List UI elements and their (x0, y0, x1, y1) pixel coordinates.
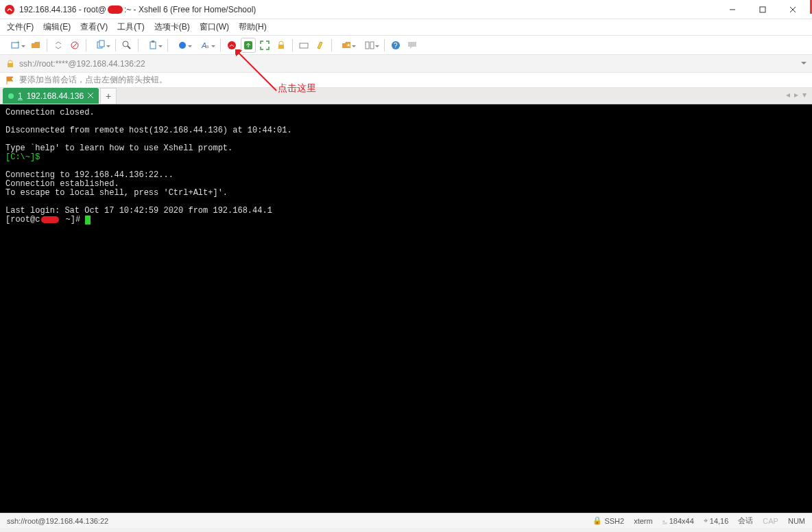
toolbar-separator (331, 39, 332, 51)
status-num: NUM (788, 517, 805, 525)
terminal-line: Connecting to 192.168.44.136:22... (5, 170, 174, 180)
menu-bar: 文件(F) 编辑(E) 查看(V) 工具(T) 选项卡(B) 窗口(W) 帮助(… (0, 19, 812, 36)
svg-point-11 (123, 41, 128, 47)
terminal-line: Type `help' to learn how to use Xshell p… (5, 143, 232, 153)
tab-close-button[interactable] (86, 91, 95, 100)
xshell-button[interactable] (225, 38, 239, 52)
toolbar-separator (138, 39, 139, 51)
maximize-button[interactable] (748, 1, 778, 19)
toolbar: + Aa ★ ? (0, 36, 812, 55)
menu-window[interactable]: 窗口(W) (200, 21, 229, 33)
lock-icon: 🔒 (593, 516, 602, 525)
svg-point-15 (179, 42, 186, 49)
reconnect-button[interactable] (51, 38, 65, 52)
highlight-button[interactable] (313, 38, 327, 52)
menu-view[interactable]: 查看(V) (80, 21, 108, 33)
new-session-button[interactable]: + (5, 38, 26, 52)
dropdown-icon[interactable] (801, 62, 807, 67)
tab-strip: 1 192.168.44.136 + ◂ ▸ ▾ (0, 88, 812, 104)
title-bar: 192.168.44.136 - root@ :~ - Xshell 6 (Fr… (0, 0, 812, 19)
hint-text: 要添加当前会话，点击左侧的箭头按钮。 (19, 74, 167, 86)
open-folder-button[interactable] (29, 38, 43, 52)
toolbar-separator (384, 39, 385, 51)
svg-rect-2 (760, 7, 765, 12)
title-text-post: :~ - Xshell 6 (Free for Home/School) (124, 5, 256, 14)
svg-rect-24 (366, 42, 369, 49)
toolbar-separator (220, 39, 221, 51)
lock-screen-button[interactable] (274, 38, 288, 52)
toolbar-separator (86, 39, 86, 51)
title-redaction (108, 5, 123, 14)
lock-icon (5, 59, 15, 69)
window-controls (717, 1, 808, 19)
help-button[interactable]: ? (389, 38, 403, 52)
tab-index: 1 (18, 91, 23, 101)
terminal-line: Connection established. (5, 179, 119, 189)
svg-rect-13 (150, 42, 156, 49)
tab-next-button[interactable]: ▸ (794, 90, 798, 100)
menu-help[interactable]: 帮助(H) (239, 21, 267, 33)
layout-button[interactable] (359, 38, 380, 52)
status-cursor: ⌖ 14,16 (704, 516, 729, 525)
minimize-button[interactable] (717, 1, 748, 19)
svg-text:?: ? (394, 42, 398, 49)
chat-button[interactable] (405, 38, 419, 52)
keyboard-button[interactable] (297, 38, 311, 52)
terminal-line: Connection closed. (5, 108, 95, 117)
session-tab[interactable]: 1 192.168.44.136 (3, 88, 99, 104)
favorites-button[interactable]: ★ (336, 38, 357, 52)
svg-text:a: a (206, 43, 209, 49)
toolbar-separator (115, 39, 116, 51)
svg-line-12 (128, 46, 130, 49)
menu-tab[interactable]: 选项卡(B) (154, 21, 190, 33)
disconnect-button[interactable] (68, 38, 82, 52)
menu-tools[interactable]: 工具(T) (117, 21, 144, 33)
svg-rect-10 (99, 41, 104, 47)
address-text: ssh://root:****@192.168.44.136:22 (19, 59, 797, 69)
status-session: 会话 (738, 516, 753, 526)
copy-button[interactable] (91, 38, 111, 52)
status-term: xterm (634, 517, 653, 525)
svg-rect-20 (278, 45, 284, 49)
fullscreen-button[interactable] (258, 38, 272, 52)
status-right: 🔒 SSH2 xterm ⎁ 184x44 ⌖ 14,16 会话 CAP NUM (593, 516, 805, 526)
terminal-line: Disconnected from remote host(192.168.44… (5, 126, 292, 135)
connection-dot-icon (8, 93, 14, 99)
svg-rect-21 (300, 43, 308, 48)
title-text-pre: 192.168.44.136 - root@ (19, 5, 106, 14)
svg-rect-14 (152, 41, 154, 43)
svg-rect-25 (370, 42, 374, 49)
svg-point-0 (5, 5, 14, 14)
find-button[interactable] (120, 38, 134, 52)
menu-edit[interactable]: 编辑(E) (43, 21, 71, 33)
svg-text:+: + (16, 40, 20, 45)
color-button[interactable] (172, 38, 193, 52)
toolbar-separator (47, 39, 47, 51)
terminal-remote-prompt: [root@c ~]# (5, 215, 85, 224)
xftp-button[interactable] (241, 38, 255, 52)
terminal-local-prompt: [C:\~]$ (5, 152, 40, 162)
menu-file[interactable]: 文件(F) (7, 21, 34, 33)
window-title: 192.168.44.136 - root@ :~ - Xshell 6 (Fr… (19, 5, 717, 14)
status-caps: CAP (763, 517, 778, 525)
svg-line-8 (73, 43, 77, 47)
hint-bar: 要添加当前会话，点击左侧的箭头按钮。 (0, 73, 812, 88)
paste-button[interactable] (143, 38, 163, 52)
status-bar: ssh://root@192.168.44.136:22 🔒 SSH2 xter… (0, 513, 812, 528)
tab-prev-button[interactable]: ◂ (786, 90, 790, 100)
app-icon (4, 4, 15, 15)
terminal-line: To escape to local shell, press 'Ctrl+Al… (5, 188, 228, 198)
tab-list-button[interactable]: ▾ (802, 90, 807, 100)
toolbar-separator (292, 39, 293, 51)
terminal[interactable]: Connection closed. Disconnected from rem… (0, 104, 812, 513)
svg-rect-28 (8, 63, 13, 67)
close-button[interactable] (778, 1, 808, 19)
status-connection: ssh://root@192.168.44.136:22 (7, 517, 593, 525)
toolbar-separator (167, 39, 168, 51)
terminal-cursor (85, 216, 91, 224)
address-bar[interactable]: ssh://root:****@192.168.44.136:22 (0, 55, 812, 73)
new-tab-button[interactable]: + (100, 88, 117, 104)
tab-nav: ◂ ▸ ▾ (786, 90, 807, 100)
status-dimensions: ⎁ 184x44 (662, 517, 694, 525)
font-button[interactable]: Aa (195, 38, 216, 52)
